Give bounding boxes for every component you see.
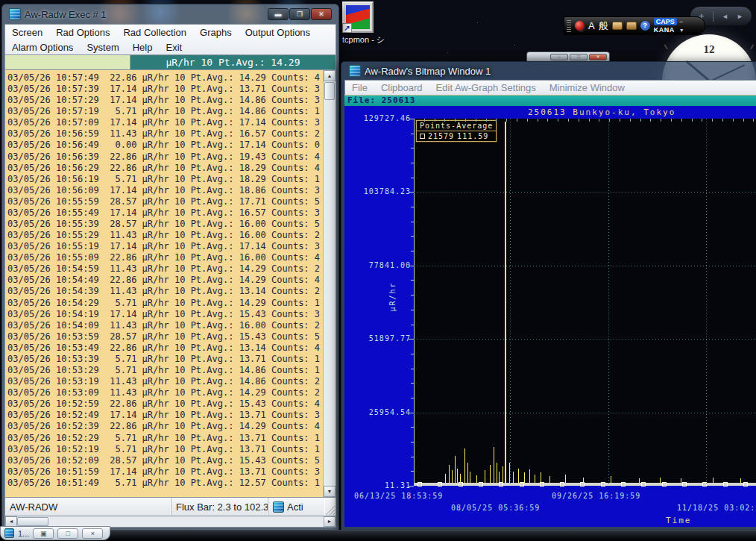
log-entry[interactable]: 03/05/26 10:53:59 28.57 µR/hr 10 Pt.Avg.… [7, 331, 323, 343]
log-entry[interactable]: 03/05/26 10:54:19 17.14 µR/hr 10 Pt.Avg.… [7, 309, 323, 320]
awradw-taskbar-icon[interactable] [4, 528, 14, 538]
ime-help-icon[interactable]: ? [640, 21, 650, 31]
exec-titlebar[interactable]: Aw-Radw Exec # 1 ▬ ❐ ✕ [4, 4, 336, 24]
vertical-scrollbar[interactable]: ▲ ▼ [323, 70, 336, 497]
menu-exit[interactable]: Exit [159, 42, 189, 53]
log-entry[interactable]: 03/05/26 10:55:19 17.14 µR/hr 10 Pt.Avg.… [7, 241, 323, 252]
log-entry[interactable]: 03/05/26 10:55:49 17.14 µR/hr 10 Pt.Avg.… [7, 207, 323, 219]
gadget-next-button[interactable]: ► [737, 13, 743, 20]
scroll-left-button[interactable]: ◄ [5, 516, 17, 527]
window-resize-grip[interactable] [325, 505, 335, 515]
log-entry[interactable]: 03/05/26 10:56:29 22.86 µR/hr 10 Pt.Avg.… [7, 163, 323, 174]
log-entry[interactable]: 03/05/26 10:56:49 0.00 µR/hr 10 Pt.Avg.:… [7, 140, 323, 151]
ime-drag-grip[interactable] [567, 20, 571, 32]
ime-options-dropdown[interactable]: ▼ [679, 28, 688, 33]
log-entry[interactable]: 03/05/26 10:52:09 28.57 µR/hr 10 Pt.Avg.… [7, 455, 323, 466]
ime-kana-indicator[interactable]: KANA [654, 26, 677, 34]
tcpmon-desktop-shortcut[interactable]: ↗ tcpmon - シ [342, 1, 385, 46]
log-entry[interactable]: 03/05/26 10:54:49 22.86 µR/hr 10 Pt.Avg.… [7, 275, 323, 286]
ime-language-bar[interactable]: A 般 ? CAPS − KANA ▼ [564, 16, 705, 35]
ime-caps-indicator[interactable]: CAPS [654, 18, 677, 25]
log-entry[interactable]: 03/05/26 10:53:29 5.71 µR/hr 10 Pt.Avg.:… [7, 365, 323, 376]
ime-microphone-icon[interactable] [575, 21, 585, 31]
taskbar-item-label[interactable]: 1... [18, 529, 29, 538]
log-entry[interactable]: 03/05/26 10:55:29 11.43 µR/hr 10 Pt.Avg.… [7, 230, 323, 241]
horizontal-scroll-track[interactable] [48, 516, 324, 527]
clock-twelve-label: 12 [662, 43, 756, 56]
log-entry[interactable]: 03/05/26 10:56:09 17.14 µR/hr 10 Pt.Avg.… [7, 185, 323, 196]
ime-toolbox-icon[interactable] [612, 22, 623, 30]
radiation-log-list[interactable]: 03/05/26 10:57:49 22.86 µR/hr 10 Pt.Avg.… [5, 70, 323, 497]
menu-graphs[interactable]: Graphs [193, 27, 239, 38]
ime-dictionary-icon[interactable] [626, 22, 637, 30]
ime-input-mode-button[interactable]: A [588, 21, 595, 31]
bmp-menu-file[interactable]: File [345, 82, 374, 93]
log-entry[interactable]: 03/05/26 10:55:39 28.57 µR/hr 10 Pt.Avg.… [7, 219, 323, 230]
log-entry[interactable]: 03/05/26 10:52:19 5.71 µR/hr 10 Pt.Avg.:… [7, 444, 323, 455]
bitmap-titlebar[interactable]: Aw-Radw's Bitmap Window 1 [344, 62, 756, 80]
log-entry[interactable]: 03/05/26 10:51:59 17.14 µR/hr 10 Pt.Avg.… [7, 466, 323, 478]
tcpmon-icon[interactable]: ↗ [342, 1, 374, 33]
ime-minimize-button[interactable]: − [679, 19, 688, 24]
log-entry[interactable]: 03/05/26 10:56:39 22.86 µR/hr 10 Pt.Avg.… [7, 151, 323, 163]
bmp-menu-minimize-window[interactable]: Minimize Window [543, 82, 631, 93]
log-entry[interactable]: 03/05/26 10:55:09 22.86 µR/hr 10 Pt.Avg.… [7, 252, 323, 263]
bg-window-minimize-button[interactable]: ─ [550, 54, 568, 60]
menu-alarm-options[interactable]: Alarm Options [5, 42, 80, 53]
bmp-menu-edit-aw-graph-settings[interactable]: Edit Aw-Graph Settings [429, 82, 543, 93]
log-entry[interactable]: 03/05/26 10:56:19 5.71 µR/hr 10 Pt.Avg.:… [7, 174, 323, 185]
y-tick-label: 51897.77 [347, 334, 411, 343]
log-entry[interactable]: 03/05/26 10:54:39 11.43 µR/hr 10 Pt.Avg.… [7, 286, 323, 297]
log-entry[interactable]: 03/05/26 10:52:59 22.86 µR/hr 10 Pt.Avg.… [7, 398, 323, 410]
gadget-prev-button[interactable]: ◄ [722, 13, 728, 20]
log-entry[interactable]: 03/05/26 10:52:49 17.14 µR/hr 10 Pt.Avg.… [7, 410, 323, 421]
log-entry[interactable]: 03/05/26 10:54:29 5.71 µR/hr 10 Pt.Avg.:… [7, 298, 323, 309]
log-entry[interactable]: 03/05/26 10:57:39 17.14 µR/hr 10 Pt.Avg.… [7, 84, 323, 95]
taskbar-preview-toolbar[interactable]: 1... ▣ □ × [0, 526, 110, 540]
background-window-titlebar[interactable]: ─ □ ✕ [526, 51, 610, 62]
maximize-button[interactable]: ❐ [289, 8, 310, 20]
log-entry[interactable]: 03/05/26 10:54:09 11.43 µR/hr 10 Pt.Avg.… [7, 320, 323, 331]
menu-help[interactable]: Help [126, 42, 160, 53]
log-entry[interactable]: 03/05/26 10:53:39 5.71 µR/hr 10 Pt.Avg.:… [7, 354, 323, 365]
log-entry[interactable]: 03/05/26 10:51:49 5.71 µR/hr 10 Pt.Avg.:… [7, 478, 323, 489]
x-tick-label: 09/26/25 16:19:59 [552, 492, 640, 500]
bg-window-close-button[interactable]: ✕ [589, 54, 607, 60]
menu-rad-collection[interactable]: Rad Collection [116, 27, 193, 38]
log-entry[interactable]: 03/05/26 10:52:39 22.86 µR/hr 10 Pt.Avg.… [7, 421, 323, 432]
close-button[interactable]: ✕ [311, 8, 332, 20]
log-entry[interactable]: 03/05/26 10:55:59 28.57 µR/hr 10 Pt.Avg.… [7, 196, 323, 207]
log-entry[interactable]: 03/05/26 10:52:29 5.71 µR/hr 10 Pt.Avg.:… [7, 433, 323, 444]
top-axis-tick [692, 119, 693, 122]
log-entry[interactable]: 03/05/26 10:56:59 11.43 µR/hr 10 Pt.Avg.… [7, 128, 323, 140]
log-entry[interactable]: 03/05/26 10:54:59 11.43 µR/hr 10 Pt.Avg.… [7, 263, 323, 275]
ime-conversion-mode-button[interactable]: 般 [599, 21, 608, 31]
horizontal-scroll-thumb[interactable] [17, 517, 48, 526]
minimize-button[interactable]: ▬ [268, 8, 289, 20]
bmp-menu-clipboard[interactable]: Clipboard [374, 82, 429, 93]
vertical-scroll-track[interactable] [324, 101, 336, 486]
menu-screen[interactable]: Screen [5, 27, 49, 38]
data-spike [505, 122, 506, 483]
scroll-down-button[interactable]: ▼ [324, 486, 336, 497]
log-entry[interactable]: 03/05/26 10:53:09 11.43 µR/hr 10 Pt.Avg.… [7, 387, 323, 398]
top-axis-tick [589, 119, 590, 122]
bg-window-maximize-button[interactable]: □ [570, 54, 588, 60]
log-entry[interactable]: 03/05/26 10:57:49 22.86 µR/hr 10 Pt.Avg.… [7, 72, 323, 84]
preview-close-button[interactable]: × [82, 528, 103, 539]
y-axis-minor-tick [411, 178, 414, 178]
log-entry[interactable]: 03/05/26 10:57:19 5.71 µR/hr 10 Pt.Avg.:… [7, 106, 323, 117]
preview-maximize-button[interactable]: □ [57, 528, 78, 539]
taskbar[interactable] [0, 530, 756, 541]
log-entry[interactable]: 03/05/26 10:53:49 22.86 µR/hr 10 Pt.Avg.… [7, 343, 323, 354]
vertical-scroll-thumb[interactable] [324, 82, 335, 100]
menu-system[interactable]: System [80, 42, 125, 53]
scroll-right-button[interactable]: ► [324, 516, 336, 527]
log-entry[interactable]: 03/05/26 10:57:09 17.14 µR/hr 10 Pt.Avg.… [7, 117, 323, 128]
log-entry[interactable]: 03/05/26 10:57:29 17.14 µR/hr 10 Pt.Avg.… [7, 95, 323, 106]
menu-rad-options[interactable]: Rad Options [49, 27, 116, 38]
scroll-up-button[interactable]: ▲ [324, 70, 336, 81]
menu-output-options[interactable]: Output Options [239, 27, 317, 38]
log-entry[interactable]: 03/05/26 10:53:19 11.43 µR/hr 10 Pt.Avg.… [7, 376, 323, 387]
preview-restore-button[interactable]: ▣ [33, 528, 54, 539]
